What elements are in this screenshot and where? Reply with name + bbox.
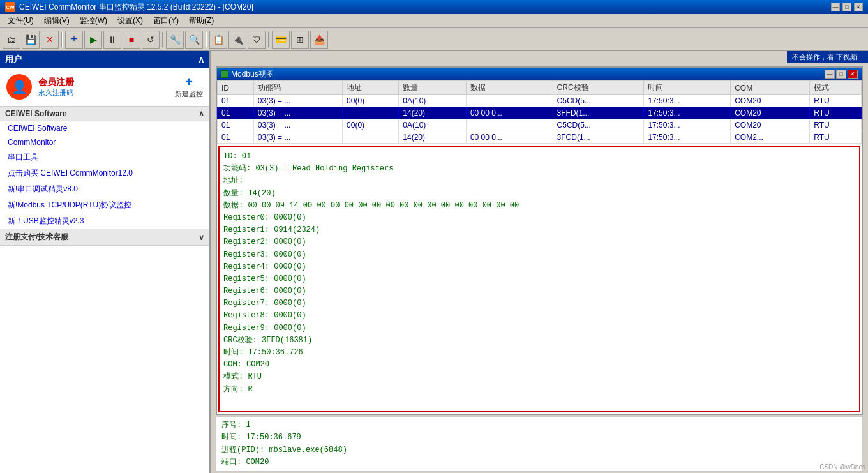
- table-cell-2: [343, 131, 399, 144]
- detail-line: Register6: 0000(0): [223, 285, 855, 297]
- table-cell-4: [466, 95, 553, 107]
- table-cell-6: 17:50:3...: [644, 119, 731, 131]
- toolbar-sep-4: [268, 32, 269, 47]
- sidebar-link-0[interactable]: CEIWEI Software: [0, 121, 209, 135]
- toolbar-pause[interactable]: ⏸: [103, 31, 121, 49]
- detail-line: Register5: 0000(0): [223, 273, 855, 285]
- status-process: 进程(PID): mbslave.exe(6848): [221, 444, 857, 456]
- table-cell-5: 3FFD(1...: [553, 107, 644, 119]
- modbus-minimize-button[interactable]: —: [825, 70, 835, 79]
- detail-line: CRC校验: 3FFD(16381): [223, 334, 855, 347]
- modbus-table: ID 功能码 地址 数量 数据 CRC校验 时间 COM 模式 0103(3) …: [217, 80, 862, 144]
- menu-file[interactable]: 文件(U): [3, 14, 39, 27]
- col-mode: 模式: [810, 81, 862, 95]
- table-row[interactable]: 0103(3) = ...14(20)00 00 0...3FFD(1...17…: [218, 107, 862, 119]
- table-cell-5: C5CD(5...: [553, 95, 644, 107]
- table-row[interactable]: 0103(3) = ...00(0)0A(10)C5CD(5...17:50:3…: [218, 95, 862, 107]
- register-link[interactable]: 会员注册: [38, 77, 74, 88]
- toolbar-play[interactable]: ▶: [84, 31, 102, 49]
- modbus-close-button[interactable]: ✕: [848, 70, 858, 79]
- menu-bar: 文件(U) 编辑(V) 监控(W) 设置(X) 窗口(Y) 帮助(Z): [0, 14, 868, 28]
- sidebar-payment-title: 注册支付/技术客服: [5, 232, 68, 243]
- sidebar-payment-header: 注册支付/技术客服 ∨: [0, 229, 209, 246]
- status-port: 端口: COM20: [221, 456, 857, 469]
- menu-edit[interactable]: 编辑(V): [39, 14, 75, 27]
- detail-line: Register0: 0000(0): [223, 212, 855, 224]
- avatar: 👤: [6, 74, 32, 100]
- toolbar-save[interactable]: 💾: [22, 31, 40, 49]
- toolbar-connect[interactable]: 🔌: [228, 31, 246, 49]
- detail-line: 模式: RTU: [223, 371, 855, 383]
- table-cell-3: 14(20): [399, 131, 467, 144]
- toolbar-settings[interactable]: 🔧: [166, 31, 184, 49]
- col-crc: CRC校验: [553, 81, 644, 95]
- sidebar-link-3[interactable]: 点击购买 CEIWEI CommMonitor12.0: [0, 165, 209, 181]
- toolbar-open[interactable]: 🗂: [3, 31, 20, 49]
- table-cell-8: RTU: [810, 107, 862, 119]
- table-row[interactable]: 0103(3) = ...14(20)00 00 0...3FCD(1...17…: [218, 131, 862, 144]
- col-com: COM: [731, 81, 810, 95]
- modbus-title-bar: Modbus视图 — □ ✕: [217, 68, 862, 80]
- new-monitor-button[interactable]: + 新建监控: [175, 75, 203, 99]
- maximize-button[interactable]: □: [842, 3, 851, 11]
- detail-line: 数量: 14(20): [223, 188, 855, 200]
- sidebar-collapse-icon[interactable]: ∧: [198, 54, 204, 64]
- sidebar-link-4[interactable]: 新!串口调试精灵v8.0: [0, 181, 209, 197]
- toolbar-stop-red[interactable]: ✕: [41, 31, 59, 49]
- col-time: 时间: [644, 81, 731, 95]
- top-hint[interactable]: 不会操作，看 下视频...: [787, 51, 868, 63]
- table-row[interactable]: 0103(3) = ...00(0)0A(10)C5CD(5...17:50:3…: [218, 119, 862, 131]
- toolbar-export[interactable]: 📤: [310, 31, 328, 49]
- toolbar-add[interactable]: +: [65, 31, 83, 49]
- menu-settings[interactable]: 设置(X): [112, 14, 148, 27]
- table-cell-2: [343, 107, 399, 119]
- menu-help[interactable]: 帮助(Z): [184, 14, 219, 27]
- app-title: CEIWEI CommMonitor 串口监控精灵 12.5.2 (Build:…: [19, 2, 253, 13]
- toolbar-stop[interactable]: ■: [123, 31, 140, 49]
- toolbar-monitor[interactable]: 📋: [209, 31, 227, 49]
- minimize-button[interactable]: —: [831, 3, 840, 11]
- main-content: 不会操作，看 下视频... Modbus视图 — □ ✕: [211, 51, 868, 473]
- menu-window[interactable]: 窗口(Y): [148, 14, 184, 27]
- sidebar-user-section: 👤 会员注册 永久注册码 + 新建监控: [0, 68, 209, 107]
- sidebar-software-title: CEIWEI Software: [5, 109, 67, 118]
- register-sub-link[interactable]: 永久注册码: [38, 88, 74, 98]
- table-cell-7: COM20: [731, 119, 810, 131]
- toolbar-split[interactable]: ⊞: [291, 31, 309, 49]
- toolbar-card[interactable]: 💳: [272, 31, 290, 49]
- bottom-status: 序号: 1 时间: 17:50:36.679 进程(PID): mbslave.…: [216, 416, 863, 472]
- detail-line: 地址:: [223, 175, 855, 187]
- watermark: CSDN @wDnes: [819, 463, 865, 470]
- detail-line: Register9: 0000(0): [223, 322, 855, 334]
- sidebar-user-title: 用户: [5, 54, 22, 65]
- col-count: 数量: [399, 81, 467, 95]
- table-cell-1: 03(3) = ...: [253, 119, 342, 131]
- toolbar-sep-3: [206, 32, 207, 47]
- table-cell-4: 00 00 0...: [466, 131, 553, 144]
- sidebar-link-2[interactable]: 串口工具: [0, 149, 209, 165]
- detail-line: 方向: R: [223, 384, 855, 396]
- col-addr: 地址: [343, 81, 399, 95]
- sidebar-link-1[interactable]: CommMonitor: [0, 135, 209, 149]
- sidebar-link-5[interactable]: 新!Modbus TCP/UDP(RTU)协议监控: [0, 197, 209, 213]
- sidebar-user-header: 用户 ∧: [0, 51, 209, 68]
- table-cell-7: COM2...: [731, 131, 810, 144]
- detail-line: Register8: 0000(0): [223, 310, 855, 322]
- toolbar-refresh[interactable]: ↺: [142, 31, 160, 49]
- modbus-maximize-button[interactable]: □: [836, 70, 846, 79]
- toolbar-search[interactable]: 🔍: [185, 31, 203, 49]
- close-button[interactable]: ✕: [854, 3, 863, 11]
- table-cell-4: 00 00 0...: [466, 107, 553, 119]
- modbus-table-container[interactable]: ID 功能码 地址 数量 数据 CRC校验 时间 COM 模式 0103(3) …: [217, 80, 862, 144]
- menu-monitor[interactable]: 监控(W): [75, 14, 112, 27]
- detail-line: Register2: 0000(0): [223, 236, 855, 248]
- toolbar-shield[interactable]: 🛡: [248, 31, 266, 49]
- toolbar-sep-1: [61, 32, 63, 47]
- table-cell-5: 3FCD(1...: [553, 131, 644, 144]
- title-bar: CW CEIWEI CommMonitor 串口监控精灵 12.5.2 (Bui…: [0, 0, 868, 14]
- status-time: 时间: 17:50:36.679: [221, 432, 857, 444]
- table-cell-3: 0A(10): [399, 119, 467, 131]
- table-cell-5: C5CD(5...: [553, 119, 644, 131]
- sidebar-link-6[interactable]: 新！USB监控精灵v2.3: [0, 213, 209, 229]
- table-cell-7: COM20: [731, 107, 810, 119]
